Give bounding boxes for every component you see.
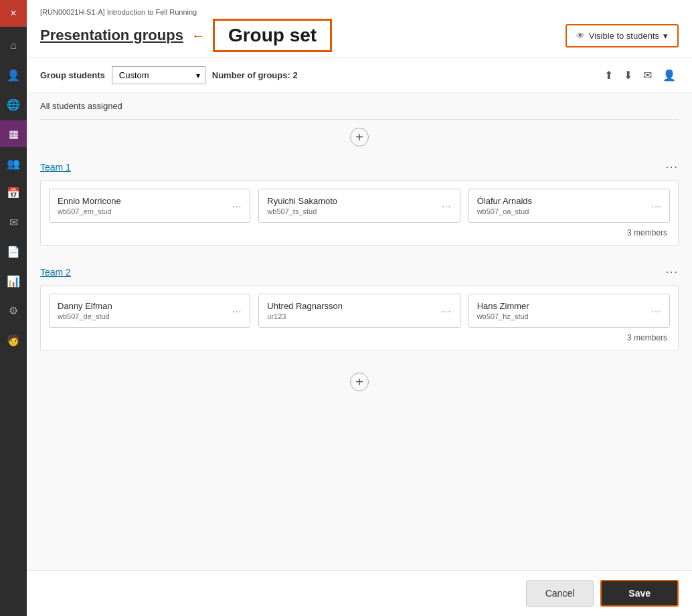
chevron-down-icon: ▾ — [663, 31, 668, 41]
member-menu-button[interactable]: ··· — [651, 306, 661, 316]
cancel-button[interactable]: Cancel — [526, 580, 594, 607]
member-menu-button[interactable]: ··· — [442, 201, 452, 211]
export-button[interactable]: ⬆ — [602, 66, 616, 84]
member-id: wb507_de_stud — [58, 312, 112, 320]
member-info: Uhtred Ragnarsson ur123 — [267, 301, 343, 320]
page-footer: Cancel Save — [27, 570, 692, 616]
course-label: [RUN00021H-S1-A] Introduction to Fell Ru… — [40, 8, 679, 16]
member-id: ur123 — [267, 312, 343, 320]
controls-right: ⬆ ⬇ ✉ 👤 — [602, 66, 679, 84]
email-button[interactable]: ✉ — [640, 66, 655, 84]
group-menu-team2[interactable]: ··· — [666, 266, 679, 278]
sidebar-item-groups[interactable]: ▦ — [0, 120, 27, 147]
import-button[interactable]: ⬇ — [621, 66, 635, 84]
group-cards-team1: Ennio Morricone wb507_em_stud ··· Ryuich… — [49, 189, 670, 223]
member-card: Ólafur Arnalds wb507_oa_stud ··· — [468, 189, 670, 223]
member-name: Ennio Morricone — [58, 196, 121, 206]
group-section-team1: Team 1 ··· Ennio Morricone wb507_em_stud… — [40, 155, 679, 246]
add-group-top-button[interactable]: + — [350, 128, 369, 146]
group-name-team2[interactable]: Team 2 — [40, 267, 71, 278]
group-footer-team1: 3 members — [49, 223, 670, 237]
member-name: Ryuichi Sakamoto — [267, 196, 337, 206]
visible-to-students-button[interactable]: 👁 Visible to students ▾ — [566, 24, 679, 47]
page-title: Presentation groups — [40, 27, 183, 44]
content-area: All students assigned + Team 1 ··· Ennio… — [27, 93, 692, 570]
group-menu-team1[interactable]: ··· — [666, 161, 679, 173]
group-card-area-team2: Danny Elfman wb507_de_stud ··· Uhtred Ra… — [40, 285, 679, 351]
add-group-top-row: + — [40, 120, 679, 155]
member-info: Danny Elfman wb507_de_stud — [58, 301, 112, 320]
member-info: Hans Zimmer wb507_hz_stud — [477, 301, 529, 320]
sidebar-nav: ⌂ 👤 🌐 ▦ 👥 📅 ✉ 📄 📊 ⚙ 🧑 — [0, 27, 27, 358]
sidebar-item-user[interactable]: 👤 — [0, 62, 27, 88]
sidebar-item-analytics[interactable]: 📊 — [0, 268, 27, 294]
group-cards-team2: Danny Elfman wb507_de_stud ··· Uhtred Ra… — [49, 294, 670, 328]
member-card: Hans Zimmer wb507_hz_stud ··· — [468, 294, 670, 328]
member-count-team1: 3 members — [627, 228, 667, 237]
group-students-select[interactable]: Custom Random Self-signup — [112, 66, 205, 84]
header-row: Presentation groups ← Group set 👁 Visibl… — [40, 19, 679, 52]
sidebar-item-settings[interactable]: ⚙ — [0, 297, 27, 324]
member-name: Danny Elfman — [58, 301, 112, 311]
status-bar: All students assigned — [40, 93, 679, 120]
member-name: Uhtred Ragnarsson — [267, 301, 343, 311]
member-card: Ryuichi Sakamoto wb507_ts_stud ··· — [258, 189, 460, 223]
page-header: [RUN00021H-S1-A] Introduction to Fell Ru… — [27, 0, 692, 58]
member-name: Hans Zimmer — [477, 301, 529, 311]
member-id: wb507_oa_stud — [477, 207, 532, 215]
main-panel: [RUN00021H-S1-A] Introduction to Fell Ru… — [27, 0, 692, 616]
save-button[interactable]: Save — [600, 580, 679, 607]
group-section-team2: Team 2 ··· Danny Elfman wb507_de_stud ··… — [40, 260, 679, 351]
add-group-bottom-button[interactable]: + — [350, 373, 369, 391]
group-students-label: Group students — [40, 70, 105, 80]
member-menu-button[interactable]: ··· — [232, 306, 242, 316]
status-text: All students assigned — [40, 101, 122, 111]
member-count-team2: 3 members — [627, 333, 667, 342]
sidebar-item-globe[interactable]: 🌐 — [0, 91, 27, 118]
member-info: Ólafur Arnalds wb507_oa_stud — [477, 196, 532, 215]
arrow-icon: ← — [191, 28, 205, 43]
group-name-team1[interactable]: Team 1 — [40, 162, 71, 173]
sidebar-item-person[interactable]: 🧑 — [0, 326, 27, 353]
sidebar-item-calendar[interactable]: 📅 — [0, 179, 27, 206]
member-menu-button[interactable]: ··· — [232, 201, 242, 211]
add-user-button[interactable]: 👤 — [660, 66, 679, 84]
member-info: Ennio Morricone wb507_em_stud — [58, 196, 121, 215]
sidebar-item-home[interactable]: ⌂ — [0, 32, 27, 59]
group-students-select-wrapper: Custom Random Self-signup — [112, 66, 205, 84]
member-id: wb507_em_stud — [58, 207, 121, 215]
member-info: Ryuichi Sakamoto wb507_ts_stud — [267, 196, 337, 215]
member-card: Danny Elfman wb507_de_stud ··· — [49, 294, 250, 328]
group-header-team2: Team 2 ··· — [40, 260, 679, 285]
controls-row: Group students Custom Random Self-signup… — [27, 58, 692, 93]
group-set-annotation: Group set — [213, 19, 332, 52]
member-id: wb507_ts_stud — [267, 207, 337, 215]
group-footer-team2: 3 members — [49, 328, 670, 342]
num-groups-label: Number of groups: 2 — [212, 70, 298, 80]
controls-left: Group students Custom Random Self-signup… — [40, 66, 298, 84]
sidebar-item-mail[interactable]: ✉ — [0, 209, 27, 235]
add-group-bottom-row: + — [40, 365, 679, 399]
sidebar-item-people[interactable]: 👥 — [0, 150, 27, 177]
member-id: wb507_hz_stud — [477, 312, 529, 320]
member-menu-button[interactable]: ··· — [651, 201, 661, 211]
member-card: Ennio Morricone wb507_em_stud ··· — [49, 189, 250, 223]
header-title-area: Presentation groups ← Group set — [40, 19, 332, 52]
group-card-area-team1: Ennio Morricone wb507_em_stud ··· Ryuich… — [40, 180, 679, 246]
member-menu-button[interactable]: ··· — [442, 306, 452, 316]
close-button[interactable]: × — [0, 0, 27, 27]
group-header-team1: Team 1 ··· — [40, 155, 679, 180]
eye-icon: 👁 — [576, 31, 585, 41]
member-card: Uhtred Ragnarsson ur123 ··· — [258, 294, 460, 328]
member-name: Ólafur Arnalds — [477, 196, 532, 206]
sidebar-item-doc[interactable]: 📄 — [0, 238, 27, 265]
sidebar: × ⌂ 👤 🌐 ▦ 👥 📅 ✉ 📄 📊 ⚙ 🧑 — [0, 0, 27, 616]
